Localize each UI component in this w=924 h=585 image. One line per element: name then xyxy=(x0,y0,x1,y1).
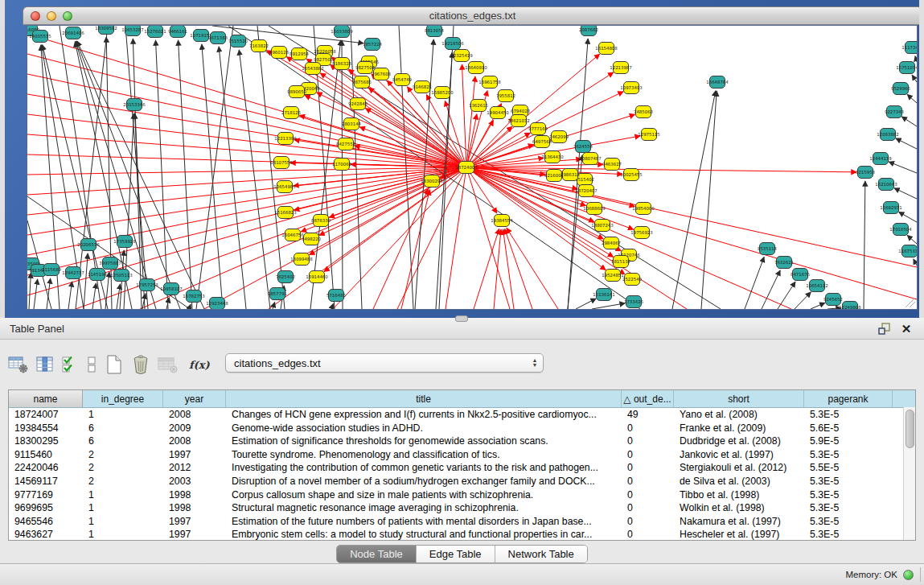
table-cell[interactable]: 9115460 xyxy=(9,448,83,462)
column-header-6[interactable]: pagerank xyxy=(804,390,893,407)
table-cell[interactable]: 2003 xyxy=(163,475,226,488)
citation-edge[interactable] xyxy=(462,64,466,167)
table-cell[interactable]: 5.3E-5 xyxy=(804,408,893,422)
graph-edge[interactable] xyxy=(342,40,343,309)
row-height-icon[interactable] xyxy=(86,354,97,375)
citation-edge[interactable] xyxy=(503,229,514,309)
table-cell[interactable]: 0 xyxy=(622,422,674,435)
column-header-1[interactable]: in_degree xyxy=(83,390,163,407)
column-header-4[interactable]: △ out_de... xyxy=(622,390,674,407)
graph-edge[interactable] xyxy=(189,304,191,309)
close-panel-icon[interactable]: ✕ xyxy=(900,322,913,335)
split-divider-handle[interactable] xyxy=(455,315,468,322)
graph-edge[interactable] xyxy=(899,212,917,222)
table-cell[interactable]: Tibbo et al. (1998) xyxy=(674,488,804,502)
table-cell[interactable]: 5.3E-5 xyxy=(804,501,893,515)
table-row[interactable]: 1872400712008Changes of HCN gene express… xyxy=(9,408,915,422)
table-cell[interactable]: Structural magnetic resonance image aver… xyxy=(226,501,622,515)
window-titlebar[interactable]: citations_edges.txt xyxy=(23,6,922,25)
table-cell[interactable]: Wolkin et al. (1998) xyxy=(674,501,804,515)
table-cell[interactable]: 2 xyxy=(83,461,163,475)
table-cell[interactable]: Franke et al. (2009) xyxy=(674,422,804,435)
table-cell[interactable]: Investigating the contribution of common… xyxy=(226,461,622,475)
table-cell[interactable]: 14569117 xyxy=(9,475,83,488)
table-row[interactable]: 1456911722003Disruption of a novel membe… xyxy=(9,475,915,488)
tab-node-table[interactable]: Node Table xyxy=(337,546,417,562)
table-cell[interactable]: Stergiakouli et al. (2012) xyxy=(674,461,804,475)
citation-edge[interactable] xyxy=(507,228,558,309)
node-table[interactable]: namein_degreeyeartitle△ out_de...shortpa… xyxy=(8,389,916,541)
table-panel-header[interactable]: Table Panel ✕ xyxy=(0,318,924,340)
table-cell[interactable]: Disruption of a novel member of a sodium… xyxy=(226,475,622,488)
table-cell[interactable]: 5.3E-5 xyxy=(804,528,893,541)
table-row[interactable]: 1938455462009Genome-wide association stu… xyxy=(9,422,915,435)
table-cell[interactable]: 1998 xyxy=(163,488,226,502)
graph-edge[interactable] xyxy=(907,94,917,103)
table-cell[interactable]: Hescheler et al. (1997) xyxy=(674,528,804,541)
table-cell[interactable]: 1 xyxy=(83,528,163,541)
network-view-window[interactable]: citations_edges.txt 26160501403557520691… xyxy=(23,6,922,316)
table-cell[interactable]: 6 xyxy=(83,435,163,448)
table-cell[interactable]: 1998 xyxy=(163,501,226,515)
memory-status-indicator[interactable] xyxy=(903,570,914,580)
table-cell[interactable]: 6 xyxy=(83,422,163,435)
table-cell[interactable]: Corpus callosum shape and size in male p… xyxy=(226,488,622,502)
graph-edge[interactable] xyxy=(912,75,917,82)
table-row[interactable]: 946554611997Estimation of the future num… xyxy=(9,515,915,529)
tab-network-table[interactable]: Network Table xyxy=(495,546,587,562)
citation-edge[interactable] xyxy=(333,167,466,309)
table-cell[interactable]: de Silva et al. (2003) xyxy=(674,475,804,488)
table-scrollbar[interactable] xyxy=(903,407,915,541)
table-cell[interactable]: 0 xyxy=(622,528,674,541)
citation-edge[interactable] xyxy=(27,54,466,167)
import-table-icon[interactable] xyxy=(158,354,179,375)
table-cell[interactable]: 2 xyxy=(83,448,163,462)
table-row[interactable]: 2242004622012Investigating the contribut… xyxy=(9,461,915,475)
table-cell[interactable]: 9465546 xyxy=(9,515,83,529)
table-cell[interactable]: 22420046 xyxy=(9,461,83,475)
table-cell[interactable]: 9463627 xyxy=(9,528,83,541)
table-cell[interactable]: 0 xyxy=(622,501,674,515)
table-cell[interactable]: 49 xyxy=(622,408,674,422)
table-cell[interactable]: Changes of HCN gene expression and I(f) … xyxy=(226,408,622,422)
table-row[interactable]: 1830029562008Estimation of significance … xyxy=(9,435,915,448)
graph-edge[interactable] xyxy=(84,253,88,309)
table-cell[interactable]: 0 xyxy=(622,435,674,448)
table-cell[interactable]: 9699695 xyxy=(9,501,83,515)
show-columns-icon[interactable] xyxy=(36,354,54,375)
table-cell[interactable]: 1997 xyxy=(163,515,226,529)
graph-edge[interactable] xyxy=(894,188,917,199)
new-column-icon[interactable] xyxy=(105,354,124,375)
graph-edge[interactable] xyxy=(907,235,917,244)
citation-edge[interactable] xyxy=(466,167,791,309)
table-cell[interactable]: 5.3E-5 xyxy=(804,515,893,529)
table-scrollbar-thumb[interactable] xyxy=(906,410,914,448)
table-cell[interactable]: Yano et al. (2008) xyxy=(674,408,804,422)
zoom-window-button[interactable] xyxy=(63,11,72,21)
citation-edge[interactable] xyxy=(505,229,532,309)
graph-edge[interactable] xyxy=(811,303,825,309)
graph-edge[interactable] xyxy=(778,282,795,309)
column-header-5[interactable]: short xyxy=(674,390,804,407)
table-cell[interactable]: 18300295 xyxy=(9,435,83,448)
table-cell[interactable]: 5.5E-5 xyxy=(804,461,893,475)
table-cell[interactable]: 1 xyxy=(83,408,163,422)
citation-edge[interactable] xyxy=(373,189,428,309)
table-source-select[interactable]: citations_edges.txt ▲▼ xyxy=(225,353,544,373)
citation-edge[interactable] xyxy=(474,229,499,309)
citation-edge[interactable] xyxy=(27,167,466,175)
table-cell[interactable]: 5.3E-5 xyxy=(804,448,893,462)
network-graph[interactable]: 2616050140355752069140618309592106532871… xyxy=(27,26,917,309)
table-cell[interactable]: 1 xyxy=(83,488,163,502)
table-cell[interactable]: 5.3E-5 xyxy=(804,488,893,502)
table-cell[interactable]: 0 xyxy=(622,515,674,529)
table-cell[interactable]: Jankovic et al. (1997) xyxy=(674,448,804,462)
table-cell[interactable]: Embryonic stem cells: a model to study s… xyxy=(226,528,622,541)
citation-edge[interactable] xyxy=(27,167,466,195)
graph-edge[interactable] xyxy=(889,162,917,173)
select-columns-icon[interactable] xyxy=(61,354,79,375)
table-cell[interactable]: 9777169 xyxy=(9,488,83,502)
table-cell[interactable]: 2008 xyxy=(163,435,226,448)
table-cell[interactable]: 2009 xyxy=(163,422,226,435)
graph-edge[interactable] xyxy=(914,259,917,266)
